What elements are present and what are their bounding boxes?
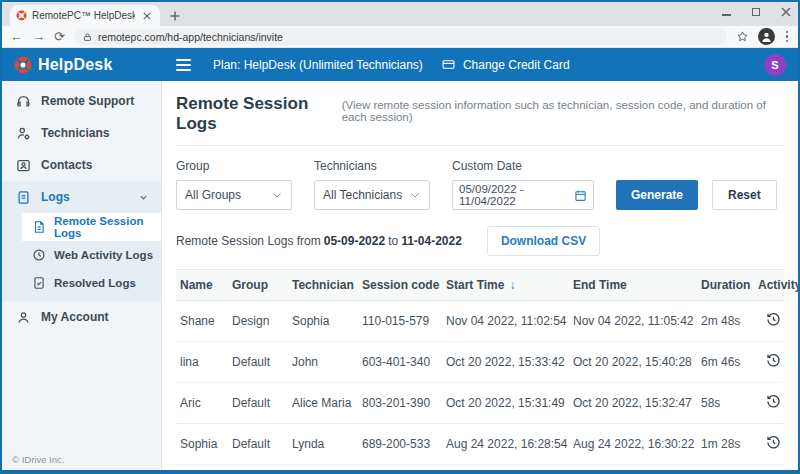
sidebar-item-label: Contacts: [41, 158, 92, 172]
summary-prefix: Remote Session Logs from: [176, 234, 321, 248]
sort-descending-icon: ↓: [509, 278, 515, 292]
table-cell: 676-111-465: [358, 465, 442, 471]
sidebar-item-resolved-logs[interactable]: Resolved Logs: [2, 269, 161, 297]
helpdesk-logo[interactable]: HelpDesk: [2, 56, 162, 74]
table-cell: William: [176, 465, 228, 471]
sidebar-item-label: Logs: [41, 190, 70, 204]
browser-tab-strip: RemotePC™ HelpDesk - Remote: [2, 2, 798, 26]
user-avatar[interactable]: S: [764, 54, 786, 76]
table-cell: Lynda: [288, 424, 358, 465]
table-cell: Default: [228, 342, 288, 383]
chevron-down-icon: [138, 192, 149, 203]
sidebar-item-my-account[interactable]: My Account: [2, 301, 161, 333]
reload-icon[interactable]: ⟳: [54, 30, 65, 43]
change-credit-card-button[interactable]: Change Credit Card: [441, 58, 570, 72]
browser-tab[interactable]: RemotePC™ HelpDesk - Remote: [10, 5, 160, 26]
sidebar-item-remote-support[interactable]: Remote Support: [2, 85, 161, 117]
table-row: WilliamDesignbenn676-111-465Aug 23 2022,…: [176, 465, 784, 471]
table-cell: 803-201-390: [358, 383, 442, 424]
column-header-technician[interactable]: Technician: [288, 270, 358, 301]
sidebar-item-label: Remote Session Logs: [54, 215, 161, 239]
change-credit-card-label: Change Credit Card: [463, 58, 570, 72]
table-cell: Sophia: [288, 301, 358, 342]
sidebar-item-logs[interactable]: Logs: [2, 181, 161, 213]
resolved-check-file-icon: [32, 276, 46, 290]
browser-address-bar: ← → ⟳ remotepc.com/hd-app/technicians/in…: [2, 26, 798, 48]
tab-close-icon[interactable]: [140, 9, 154, 23]
table-row: linaDefaultJohn603-401-340Oct 20 2022, 1…: [176, 342, 784, 383]
group-filter-label: Group: [176, 159, 292, 173]
generate-button[interactable]: Generate: [616, 180, 698, 210]
sidebar: Remote Support Technicians Contacts: [2, 81, 162, 470]
session-logs-table: NameGroupTechnicianSession codeStart Tim…: [176, 269, 784, 470]
session-table-body: ShaneDesignSophia110-015-579Nov 04 2022,…: [176, 301, 784, 471]
reset-button[interactable]: Reset: [712, 180, 777, 210]
activity-history-icon[interactable]: [766, 435, 781, 450]
activity-cell: [754, 342, 784, 383]
activity-history-icon[interactable]: [766, 312, 781, 327]
table-cell: Oct 20 2022, 15:31:49: [442, 383, 569, 424]
chevron-down-icon: [271, 189, 283, 201]
date-range-value: 05/09/2022 - 11/04/2022: [459, 183, 574, 207]
browser-menu-icon[interactable]: [784, 29, 791, 45]
table-cell: 51s: [697, 465, 754, 471]
column-header-session-code[interactable]: Session code: [358, 270, 442, 301]
column-header-start-time[interactable]: Start Time↓: [442, 270, 569, 301]
technicians-select-value: All Technicians: [323, 188, 402, 202]
date-range-input[interactable]: 05/09/2022 - 11/04/2022: [452, 180, 594, 210]
table-cell: 689-200-533: [358, 424, 442, 465]
group-select-value: All Groups: [185, 188, 241, 202]
main-content: Remote Session Logs (View remote session…: [162, 81, 798, 470]
table-row: ShaneDesignSophia110-015-579Nov 04 2022,…: [176, 301, 784, 342]
sidebar-item-technicians[interactable]: Technicians: [2, 117, 161, 149]
table-cell: 2m 48s: [697, 301, 754, 342]
table-cell: Design: [228, 465, 288, 471]
sidebar-item-label: My Account: [41, 310, 109, 324]
browser-profile-avatar[interactable]: [758, 28, 775, 45]
page-subtitle: (View remote session information such as…: [342, 99, 784, 123]
window-minimize-icon[interactable]: [720, 6, 732, 18]
column-header-activity[interactable]: Activity: [754, 270, 784, 301]
lifebuoy-logo-icon: [14, 56, 32, 74]
new-tab-icon[interactable]: [168, 9, 182, 23]
table-cell: Aug 24 2022, 16:28:54: [442, 424, 569, 465]
table-cell: lina: [176, 342, 228, 383]
headset-icon: [16, 94, 31, 109]
sidebar-item-remote-session-logs[interactable]: Remote Session Logs: [22, 213, 161, 241]
column-header-duration[interactable]: Duration: [697, 270, 754, 301]
summary-from-date: 05-09-2022: [324, 234, 385, 248]
table-cell: John: [288, 342, 358, 383]
table-cell: Nov 04 2022, 11:05:42: [569, 301, 697, 342]
sidebar-item-label: Remote Support: [41, 94, 134, 108]
column-header-group[interactable]: Group: [228, 270, 288, 301]
technicians-filter-label: Technicians: [314, 159, 430, 173]
calendar-icon[interactable]: [574, 189, 587, 202]
activity-history-icon[interactable]: [766, 394, 781, 409]
table-cell: Default: [228, 424, 288, 465]
download-csv-button[interactable]: Download CSV: [487, 226, 600, 256]
forward-icon[interactable]: →: [32, 30, 45, 43]
table-cell: benn: [288, 465, 358, 471]
column-header-end-time[interactable]: End Time: [569, 270, 697, 301]
sidebar-item-contacts[interactable]: Contacts: [2, 149, 161, 181]
group-select[interactable]: All Groups: [176, 180, 292, 210]
url-field[interactable]: remotepc.com/hd-app/technicians/invite: [74, 29, 727, 45]
page-title: Remote Session Logs: [176, 94, 334, 134]
column-header-name[interactable]: Name: [176, 270, 228, 301]
helpdesk-favicon-lifebuoy-icon: [16, 10, 27, 21]
activity-cell: [754, 301, 784, 342]
window-restore-icon[interactable]: [750, 6, 762, 18]
bookmark-star-icon[interactable]: [736, 30, 749, 43]
technicians-select[interactable]: All Technicians: [314, 180, 430, 210]
activity-history-icon[interactable]: [766, 353, 781, 368]
table-cell: Default: [228, 383, 288, 424]
technician-person-gear-icon: [16, 126, 31, 141]
hamburger-menu-icon[interactable]: [176, 59, 191, 71]
table-cell: Oct 20 2022, 15:33:42: [442, 342, 569, 383]
sidebar-item-label: Technicians: [41, 126, 109, 140]
sidebar-item-web-activity-logs[interactable]: Web Activity Logs: [2, 241, 161, 269]
window-close-icon[interactable]: [780, 6, 792, 18]
logs-document-icon: [16, 190, 31, 205]
sidebar-item-label: Web Activity Logs: [54, 249, 153, 261]
back-icon[interactable]: ←: [10, 30, 23, 43]
